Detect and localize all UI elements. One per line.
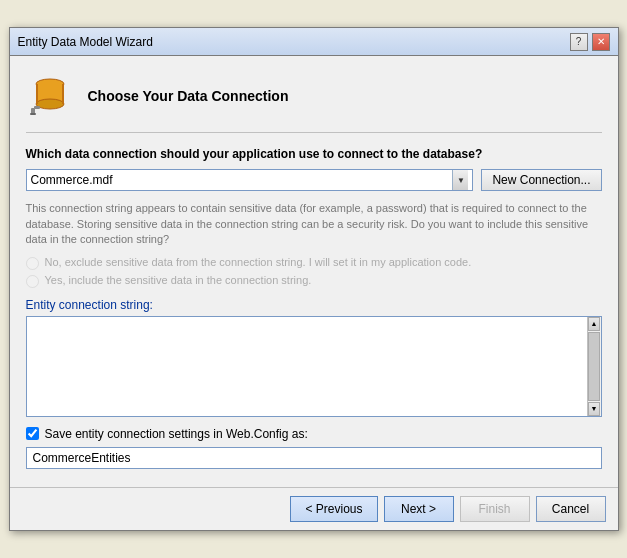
dropdown-value: Commerce.mdf <box>31 173 113 187</box>
scrollbar-thumb[interactable] <box>588 332 600 401</box>
title-bar-left: Entity Data Model Wizard <box>18 35 153 49</box>
entity-name-input[interactable] <box>26 447 602 469</box>
close-button[interactable]: ✕ <box>592 33 610 51</box>
dropdown-arrow-icon[interactable]: ▼ <box>452 170 468 190</box>
help-button[interactable]: ? <box>570 33 588 51</box>
radio-no-item[interactable]: No, exclude sensitive data from the conn… <box>26 256 602 270</box>
save-checkbox-label: Save entity connection settings in Web.C… <box>45 427 308 441</box>
finish-button[interactable]: Finish <box>460 496 530 522</box>
title-bar: Entity Data Model Wizard ? ✕ <box>10 28 618 56</box>
radio-yes-input[interactable] <box>26 275 39 288</box>
help-icon: ? <box>576 36 582 47</box>
radio-no-label: No, exclude sensitive data from the conn… <box>45 256 472 268</box>
scrollbar-track: ▲ ▼ <box>587 317 601 416</box>
previous-button[interactable]: < Previous <box>290 496 377 522</box>
connection-row: Commerce.mdf ▼ New Connection... <box>26 169 602 191</box>
svg-rect-3 <box>36 84 38 104</box>
entity-connection-textarea[interactable] <box>27 317 587 413</box>
wizard-window: Entity Data Model Wizard ? ✕ <box>9 27 619 530</box>
footer: < Previous Next > Finish Cancel <box>10 487 618 530</box>
radio-yes-label: Yes, include the sensitive data in the c… <box>45 274 312 286</box>
title-bar-controls: ? ✕ <box>570 33 610 51</box>
svg-rect-5 <box>34 106 40 109</box>
database-icon <box>26 72 74 120</box>
save-checkbox[interactable] <box>26 427 39 440</box>
window-title: Entity Data Model Wizard <box>18 35 153 49</box>
svg-rect-7 <box>30 113 36 115</box>
header-title: Choose Your Data Connection <box>88 88 289 104</box>
close-icon: ✕ <box>597 36 605 47</box>
wizard-content: Choose Your Data Connection Which data c… <box>10 56 618 486</box>
next-button[interactable]: Next > <box>384 496 454 522</box>
save-checkbox-row: Save entity connection settings in Web.C… <box>26 427 602 441</box>
radio-group: No, exclude sensitive data from the conn… <box>26 256 602 288</box>
radio-yes-item[interactable]: Yes, include the sensitive data in the c… <box>26 274 602 288</box>
scrollbar-up-button[interactable]: ▲ <box>588 317 600 331</box>
connection-dropdown[interactable]: Commerce.mdf ▼ <box>26 169 474 191</box>
svg-point-2 <box>36 99 64 109</box>
entity-connection-label: Entity connection string: <box>26 298 602 312</box>
svg-rect-4 <box>62 84 64 104</box>
description-text: This connection string appears to contai… <box>26 201 602 247</box>
new-connection-button[interactable]: New Connection... <box>481 169 601 191</box>
header-section: Choose Your Data Connection <box>26 72 602 133</box>
section-question: Which data connection should your applic… <box>26 147 602 161</box>
entity-textarea-wrapper: ▲ ▼ <box>26 316 602 417</box>
radio-no-input[interactable] <box>26 257 39 270</box>
cancel-button[interactable]: Cancel <box>536 496 606 522</box>
scrollbar-down-button[interactable]: ▼ <box>588 402 600 416</box>
